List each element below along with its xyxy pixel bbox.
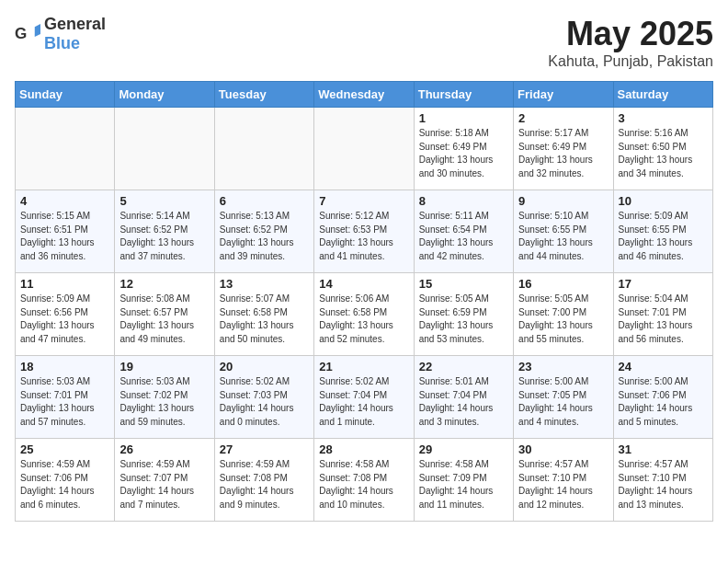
day-number: 10: [619, 194, 708, 208]
day-info: Sunrise: 5:03 AMSunset: 7:02 PMDaylight:…: [119, 376, 194, 427]
day-number: 17: [619, 277, 708, 291]
calendar-cell: 31 Sunrise: 4:57 AMSunset: 7:10 PMDaylig…: [613, 439, 712, 522]
calendar-cell: 2 Sunrise: 5:17 AMSunset: 6:49 PMDayligh…: [514, 108, 613, 190]
weekday-header-friday: Friday: [514, 82, 613, 108]
svg-marker-1: [35, 24, 40, 37]
calendar-cell: [16, 108, 115, 190]
day-number: 30: [518, 442, 608, 456]
calendar-cell: 27 Sunrise: 4:59 AMSunset: 7:08 PMDaylig…: [214, 439, 313, 522]
day-info: Sunrise: 5:00 AMSunset: 7:06 PMDaylight:…: [619, 376, 693, 427]
day-info: Sunrise: 5:05 AMSunset: 6:59 PMDaylight:…: [419, 293, 494, 344]
calendar-cell: 17 Sunrise: 5:04 AMSunset: 7:01 PMDaylig…: [613, 273, 712, 356]
calendar-cell: [115, 108, 214, 190]
day-number: 21: [319, 360, 408, 373]
day-number: 16: [518, 277, 608, 291]
day-info: Sunrise: 5:02 AMSunset: 7:04 PMDaylight:…: [319, 376, 393, 427]
day-number: 2: [518, 111, 608, 125]
calendar-cell: 16 Sunrise: 5:05 AMSunset: 7:00 PMDaylig…: [514, 273, 613, 356]
calendar-cell: 5 Sunrise: 5:14 AMSunset: 6:52 PMDayligh…: [115, 190, 214, 273]
day-info: Sunrise: 5:16 AMSunset: 6:50 PMDaylight:…: [619, 128, 693, 178]
calendar-cell: 18 Sunrise: 5:03 AMSunset: 7:01 PMDaylig…: [16, 356, 115, 439]
calendar-cell: 29 Sunrise: 4:58 AMSunset: 7:09 PMDaylig…: [414, 439, 513, 522]
day-number: 3: [619, 111, 708, 125]
day-number: 29: [419, 442, 508, 456]
calendar-cell: 12 Sunrise: 5:08 AMSunset: 6:57 PMDaylig…: [115, 273, 214, 356]
day-number: 24: [619, 360, 708, 373]
day-info: Sunrise: 5:03 AMSunset: 7:01 PMDaylight:…: [20, 376, 95, 427]
calendar-cell: 21 Sunrise: 5:02 AMSunset: 7:04 PMDaylig…: [314, 356, 414, 439]
weekday-header-sunday: Sunday: [16, 82, 115, 108]
day-number: 19: [119, 360, 209, 373]
calendar-cell: 20 Sunrise: 5:02 AMSunset: 7:03 PMDaylig…: [214, 356, 313, 439]
day-info: Sunrise: 4:57 AMSunset: 7:10 PMDaylight:…: [619, 459, 693, 510]
day-info: Sunrise: 5:09 AMSunset: 6:56 PMDaylight:…: [20, 293, 95, 344]
day-info: Sunrise: 5:17 AMSunset: 6:49 PMDaylight:…: [518, 128, 593, 178]
day-number: 6: [220, 194, 309, 208]
title-section: May 2025 Kahuta, Punjab, Pakistan: [548, 15, 713, 70]
calendar-cell: 25 Sunrise: 4:59 AMSunset: 7:06 PMDaylig…: [16, 439, 115, 522]
calendar-cell: [314, 108, 414, 190]
day-number: 18: [20, 360, 109, 373]
location-title: Kahuta, Punjab, Pakistan: [548, 53, 713, 70]
day-info: Sunrise: 5:12 AMSunset: 6:53 PMDaylight:…: [319, 211, 393, 261]
calendar-cell: 14 Sunrise: 5:06 AMSunset: 6:58 PMDaylig…: [314, 273, 414, 356]
calendar-cell: 24 Sunrise: 5:00 AMSunset: 7:06 PMDaylig…: [613, 356, 712, 439]
page-header: G General Blue May 2025 Kahuta, Punjab, …: [15, 15, 713, 70]
calendar-cell: 4 Sunrise: 5:15 AMSunset: 6:51 PMDayligh…: [16, 190, 115, 273]
calendar-cell: 10 Sunrise: 5:09 AMSunset: 6:55 PMDaylig…: [613, 190, 712, 273]
calendar-cell: 9 Sunrise: 5:10 AMSunset: 6:55 PMDayligh…: [514, 190, 613, 273]
day-info: Sunrise: 4:59 AMSunset: 7:08 PMDaylight:…: [220, 459, 294, 510]
day-number: 25: [20, 442, 109, 456]
calendar-week-row: 1 Sunrise: 5:18 AMSunset: 6:49 PMDayligh…: [16, 108, 713, 190]
calendar-week-row: 18 Sunrise: 5:03 AMSunset: 7:01 PMDaylig…: [16, 356, 713, 439]
calendar-cell: 8 Sunrise: 5:11 AMSunset: 6:54 PMDayligh…: [414, 190, 513, 273]
day-info: Sunrise: 4:58 AMSunset: 7:08 PMDaylight:…: [319, 459, 393, 510]
day-info: Sunrise: 4:57 AMSunset: 7:10 PMDaylight:…: [518, 459, 593, 510]
calendar-cell: 23 Sunrise: 5:00 AMSunset: 7:05 PMDaylig…: [514, 356, 613, 439]
weekday-header-saturday: Saturday: [613, 82, 712, 108]
day-info: Sunrise: 5:04 AMSunset: 7:01 PMDaylight:…: [619, 293, 693, 344]
day-number: 11: [20, 277, 109, 291]
calendar-cell: [214, 108, 313, 190]
day-info: Sunrise: 5:18 AMSunset: 6:49 PMDaylight:…: [419, 128, 494, 178]
weekday-header-row: SundayMondayTuesdayWednesdayThursdayFrid…: [16, 82, 713, 108]
day-info: Sunrise: 5:01 AMSunset: 7:04 PMDaylight:…: [419, 376, 494, 427]
weekday-header-monday: Monday: [115, 82, 214, 108]
day-info: Sunrise: 5:02 AMSunset: 7:03 PMDaylight:…: [220, 376, 294, 427]
day-number: 12: [119, 277, 209, 291]
day-number: 13: [220, 277, 309, 291]
svg-text:G: G: [15, 25, 27, 42]
calendar-week-row: 25 Sunrise: 4:59 AMSunset: 7:06 PMDaylig…: [16, 439, 713, 522]
weekday-header-wednesday: Wednesday: [314, 82, 414, 108]
calendar-cell: 19 Sunrise: 5:03 AMSunset: 7:02 PMDaylig…: [115, 356, 214, 439]
day-number: 15: [419, 277, 508, 291]
calendar-cell: 15 Sunrise: 5:05 AMSunset: 6:59 PMDaylig…: [414, 273, 513, 356]
day-info: Sunrise: 5:10 AMSunset: 6:55 PMDaylight:…: [518, 211, 593, 261]
calendar-cell: 11 Sunrise: 5:09 AMSunset: 6:56 PMDaylig…: [16, 273, 115, 356]
month-title: May 2025: [548, 15, 713, 53]
day-number: 23: [518, 360, 608, 373]
logo: G General Blue: [15, 15, 106, 53]
day-info: Sunrise: 5:00 AMSunset: 7:05 PMDaylight:…: [518, 376, 593, 427]
day-number: 31: [619, 442, 708, 456]
calendar-body: 1 Sunrise: 5:18 AMSunset: 6:49 PMDayligh…: [16, 108, 713, 522]
calendar-cell: 13 Sunrise: 5:07 AMSunset: 6:58 PMDaylig…: [214, 273, 313, 356]
day-info: Sunrise: 5:05 AMSunset: 7:00 PMDaylight:…: [518, 293, 593, 344]
day-number: 4: [20, 194, 109, 208]
day-info: Sunrise: 5:09 AMSunset: 6:55 PMDaylight:…: [619, 211, 693, 261]
weekday-header-tuesday: Tuesday: [214, 82, 313, 108]
day-number: 8: [419, 194, 508, 208]
calendar-cell: 26 Sunrise: 4:59 AMSunset: 7:07 PMDaylig…: [115, 439, 214, 522]
day-info: Sunrise: 4:59 AMSunset: 7:07 PMDaylight:…: [119, 459, 194, 510]
day-number: 28: [319, 442, 408, 456]
day-number: 9: [518, 194, 608, 208]
calendar-cell: 7 Sunrise: 5:12 AMSunset: 6:53 PMDayligh…: [314, 190, 414, 273]
day-number: 1: [419, 111, 508, 125]
calendar-table: SundayMondayTuesdayWednesdayThursdayFrid…: [15, 81, 713, 522]
day-info: Sunrise: 5:07 AMSunset: 6:58 PMDaylight:…: [220, 293, 294, 344]
day-info: Sunrise: 4:59 AMSunset: 7:06 PMDaylight:…: [20, 459, 95, 510]
logo-text-blue: Blue: [44, 34, 80, 52]
calendar-cell: 6 Sunrise: 5:13 AMSunset: 6:52 PMDayligh…: [214, 190, 313, 273]
calendar-cell: 28 Sunrise: 4:58 AMSunset: 7:08 PMDaylig…: [314, 439, 414, 522]
day-info: Sunrise: 5:14 AMSunset: 6:52 PMDaylight:…: [119, 211, 194, 261]
